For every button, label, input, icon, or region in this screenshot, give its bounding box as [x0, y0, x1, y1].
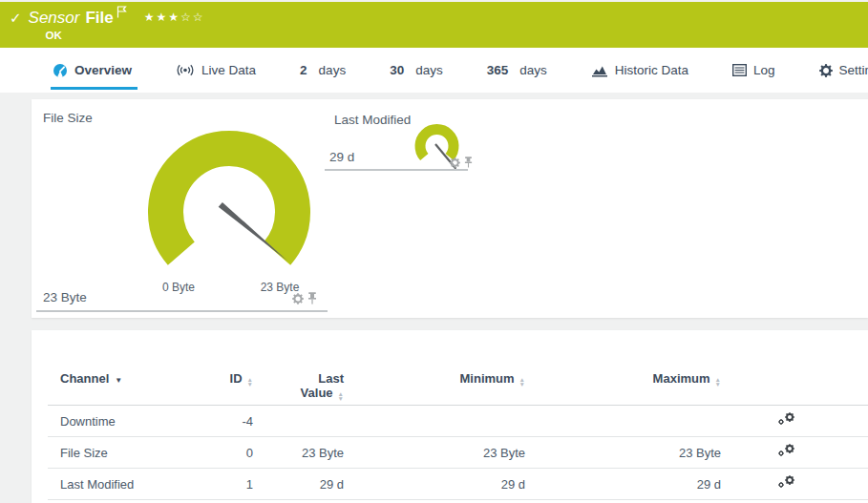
tile-divider [36, 310, 328, 312]
gauges-panel: File Size 0 Byte 23 Byte 23 Byte [32, 99, 868, 318]
gauge-current-value: 29 d [329, 150, 354, 164]
table-row-downtime: Downtime -4 [48, 406, 868, 437]
historic-data-icon [591, 64, 608, 77]
channel-name: Last Modified [48, 477, 205, 492]
channel-settings-icon[interactable] [778, 444, 795, 458]
table-row-last-modified: Last Modified 1 29 d 29 d 29 d [48, 469, 868, 500]
flag-icon[interactable] [116, 5, 127, 22]
channel-minimum: 29 d [344, 477, 525, 492]
tab-label: Historic Data [615, 63, 688, 77]
priority-stars[interactable]: ★★★☆☆ [144, 10, 205, 24]
tab-unit: days [319, 63, 347, 77]
gauge-scale-min: 0 Byte [150, 281, 207, 294]
sort-icon[interactable]: ▲▼ [338, 392, 344, 401]
column-header-maximum[interactable]: Maximum▲▼ [525, 371, 721, 387]
tab-30-days[interactable]: 30days [390, 48, 443, 93]
gauge-icon [53, 63, 68, 78]
sort-desc-icon[interactable]: ▼ [115, 376, 122, 385]
channel-id: -4 [205, 414, 253, 429]
tab-label: Live Data [201, 63, 256, 77]
channel-maximum: 29 d [525, 477, 721, 492]
tab-number: 2 [300, 63, 307, 77]
column-header-minimum[interactable]: Minimum▲▼ [344, 371, 525, 387]
stars-filled: ★★★ [144, 10, 180, 24]
column-header-id[interactable]: ID▲▼ [205, 371, 253, 387]
live-data-icon [176, 63, 195, 77]
tab-historic-data[interactable]: Historic Data [591, 48, 688, 93]
tab-live-data[interactable]: Live Data [176, 48, 256, 93]
tab-label: Settings [839, 63, 868, 77]
sensor-name[interactable]: File [85, 9, 113, 28]
table-header-row: Channel▼ ID▲▼ Last Value▲▼ Minimum▲▼ Max… [48, 367, 868, 406]
sensor-status-header: ✓ Sensor File ★★★☆☆ OK [0, 2, 868, 48]
channel-settings-icon[interactable] [778, 412, 795, 427]
tab-2-days[interactable]: 2days [300, 48, 346, 93]
stars-empty: ☆☆ [180, 10, 205, 24]
tab-number: 30 [390, 63, 404, 77]
gear-icon[interactable] [292, 291, 304, 308]
channel-minimum: 23 Byte [344, 446, 525, 460]
tab-number: 365 [487, 63, 509, 77]
tab-log[interactable]: Log [732, 48, 775, 93]
channels-table: Channel▼ ID▲▼ Last Value▲▼ Minimum▲▼ Max… [48, 367, 868, 500]
gauge-current-value: 23 Byte [43, 290, 87, 304]
channel-last-value: 23 Byte [253, 446, 344, 460]
tile-divider [325, 169, 468, 171]
channel-name: File Size [48, 446, 205, 460]
channel-last-value: 29 d [253, 477, 344, 492]
tab-overview[interactable]: Overview [53, 48, 132, 93]
tab-settings[interactable]: Settings [819, 48, 868, 93]
log-icon [732, 64, 747, 76]
tab-bar: Overview Live Data 2days 30days 365days [0, 48, 868, 93]
channel-maximum: 23 Byte [525, 446, 721, 460]
check-icon: ✓ [10, 10, 22, 27]
status-badge: OK [46, 30, 205, 41]
pin-icon[interactable] [307, 291, 317, 308]
column-header-last-value[interactable]: Last Value▲▼ [253, 371, 344, 401]
sensor-title-block: Sensor File ★★★☆☆ OK [29, 9, 205, 41]
file-size-gauge [95, 126, 363, 288]
sort-icon[interactable]: ▲▼ [715, 378, 721, 387]
tab-label: Log [753, 63, 775, 77]
channel-id: 0 [205, 446, 253, 460]
column-header-channel[interactable]: Channel▼ [48, 371, 205, 386]
tab-unit: days [415, 63, 443, 77]
tab-365-days[interactable]: 365days [487, 48, 547, 93]
channel-id: 1 [205, 477, 253, 492]
tab-unit: days [519, 63, 547, 77]
channel-settings-icon[interactable] [778, 475, 795, 490]
gauge-title-file-size: File Size [43, 111, 93, 125]
gear-icon [819, 64, 833, 77]
sensor-type-label: Sensor [29, 9, 80, 28]
channel-name: Downtime [48, 414, 205, 429]
tab-label: Overview [74, 63, 132, 77]
gauge-title-last-modified: Last Modified [334, 113, 411, 127]
table-row-file-size: File Size 0 23 Byte 23 Byte 23 Byte [48, 437, 868, 469]
channels-panel: Channel▼ ID▲▼ Last Value▲▼ Minimum▲▼ Max… [32, 330, 868, 503]
